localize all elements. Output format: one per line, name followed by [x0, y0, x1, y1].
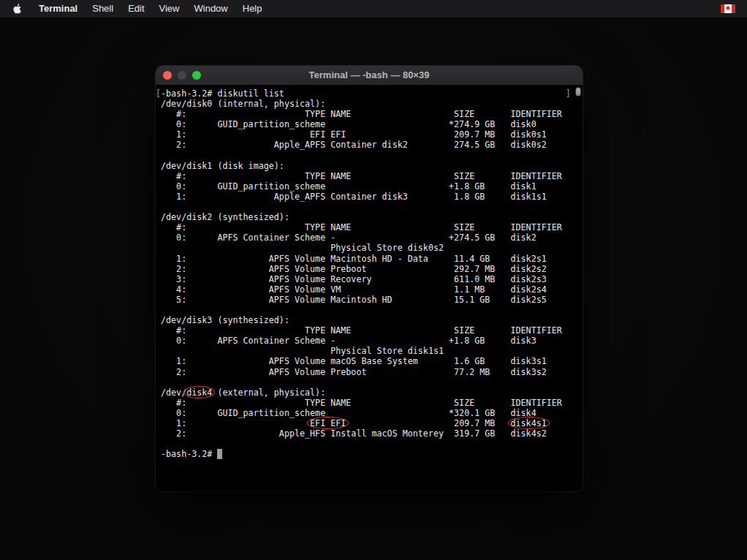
terminal-line: 2: Apple_HFS Install macOS Monterey 319.…	[161, 428, 572, 439]
terminal-line	[161, 202, 572, 212]
terminal-line: 4: APFS Volume VM 1.1 MB disk2s4	[161, 284, 572, 295]
terminal-line: 1: EFI EFI 209.7 MB disk4s1	[161, 418, 572, 428]
minimize-button[interactable]	[178, 71, 186, 80]
terminal-line	[161, 305, 572, 315]
terminal-line: /dev/disk1 (disk image):	[161, 161, 572, 171]
terminal-line: 2: APFS Volume Preboot 292.7 MB disk2s2	[161, 264, 572, 274]
terminal-line: /dev/disk4 (external, physical):	[161, 387, 572, 398]
menu-item-window[interactable]: Window	[187, 0, 235, 18]
terminal-line: #: TYPE NAME SIZE IDENTIFIER	[161, 325, 572, 336]
terminal-line: -bash-3.2#	[161, 449, 572, 459]
terminal-content[interactable]: [-bash-3.2# diskutil list]/dev/disk0 (in…	[156, 86, 583, 491]
zoom-button[interactable]	[192, 71, 201, 80]
terminal-line	[161, 439, 572, 449]
menu-items: ShellEditViewWindowHelp	[85, 0, 269, 18]
terminal-line: #: TYPE NAME SIZE IDENTIFIER	[161, 398, 572, 408]
scrollbar[interactable]	[574, 86, 582, 491]
traffic-lights	[163, 71, 201, 80]
window-title-bar[interactable]: Terminal — -bash — 80×39	[156, 66, 583, 86]
apple-menu-icon[interactable]	[13, 3, 23, 15]
annotation-circle: disk4s1	[511, 418, 547, 428]
menu-item-help[interactable]: Help	[235, 0, 270, 18]
terminal-line: 1: Apple_APFS Container disk3 1.8 GB dis…	[161, 192, 572, 202]
terminal-line: #: TYPE NAME SIZE IDENTIFIER	[161, 109, 572, 119]
terminal-line: #: TYPE NAME SIZE IDENTIFIER	[161, 222, 572, 232]
terminal-line: [-bash-3.2# diskutil list]	[161, 88, 572, 99]
close-button[interactable]	[163, 71, 172, 80]
terminal-line: 2: APFS Volume Preboot 77.2 MB disk3s2	[161, 367, 572, 377]
desktop: Terminal ShellEditViewWindowHelp Termina…	[0, 0, 747, 18]
terminal-line: 5: APFS Volume Macintosh HD 15.1 GB disk…	[161, 295, 572, 305]
terminal-line: 1: APFS Volume macOS Base System 1.6 GB …	[161, 356, 572, 366]
terminal-line: 0: GUID_partition_scheme *320.1 GB disk4	[161, 408, 572, 418]
scroll-mark-left: [	[156, 88, 161, 99]
terminal-line: Physical Store disk1s1	[161, 346, 572, 356]
terminal-line: /dev/disk2 (synthesized):	[161, 212, 572, 222]
menu-item-shell[interactable]: Shell	[85, 0, 121, 18]
scroll-mark-right: ]	[566, 88, 571, 99]
terminal-line: 0: GUID_partition_scheme *274.9 GB disk0	[161, 119, 572, 129]
terminal-line: 0: GUID_partition_scheme +1.8 GB disk1	[161, 181, 572, 192]
terminal-line: /dev/disk0 (internal, physical):	[161, 99, 572, 109]
terminal-line: 1: EFI EFI 209.7 MB disk0s1	[161, 129, 572, 140]
terminal-window: Terminal — -bash — 80×39 [-bash-3.2# dis…	[156, 66, 583, 491]
terminal-line: #: TYPE NAME SIZE IDENTIFIER	[161, 171, 572, 181]
annotation-circle: disk4	[186, 387, 212, 398]
menu-item-terminal[interactable]: Terminal	[31, 0, 85, 18]
menu-item-edit[interactable]: Edit	[121, 0, 151, 18]
menu-bar: Terminal ShellEditViewWindowHelp	[0, 0, 747, 18]
terminal-line: /dev/disk3 (synthesized):	[161, 315, 572, 325]
terminal-line: 0: APFS Container Scheme - +1.8 GB disk3	[161, 336, 572, 346]
terminal-cursor	[217, 449, 222, 459]
terminal-line: 1: APFS Volume Macintosh HD - Data 11.4 …	[161, 254, 572, 264]
terminal-line	[161, 151, 572, 161]
annotation-circle: EFI EFI	[310, 418, 346, 428]
menu-item-view[interactable]: View	[152, 0, 187, 18]
terminal-line: 2: Apple_APFS Container disk2 274.5 GB d…	[161, 140, 572, 150]
terminal-line: 0: APFS Container Scheme - +274.5 GB dis…	[161, 232, 572, 243]
input-source-canada-flag-icon[interactable]	[721, 4, 735, 13]
scrollbar-thumb[interactable]	[575, 87, 581, 97]
terminal-line	[161, 377, 572, 387]
terminal-line: Physical Store disk0s2	[161, 243, 572, 253]
terminal-line: 3: APFS Volume Recovery 611.0 MB disk2s3	[161, 274, 572, 284]
window-title: Terminal — -bash — 80×39	[156, 66, 583, 85]
terminal-output: [-bash-3.2# diskutil list]/dev/disk0 (in…	[161, 88, 572, 459]
